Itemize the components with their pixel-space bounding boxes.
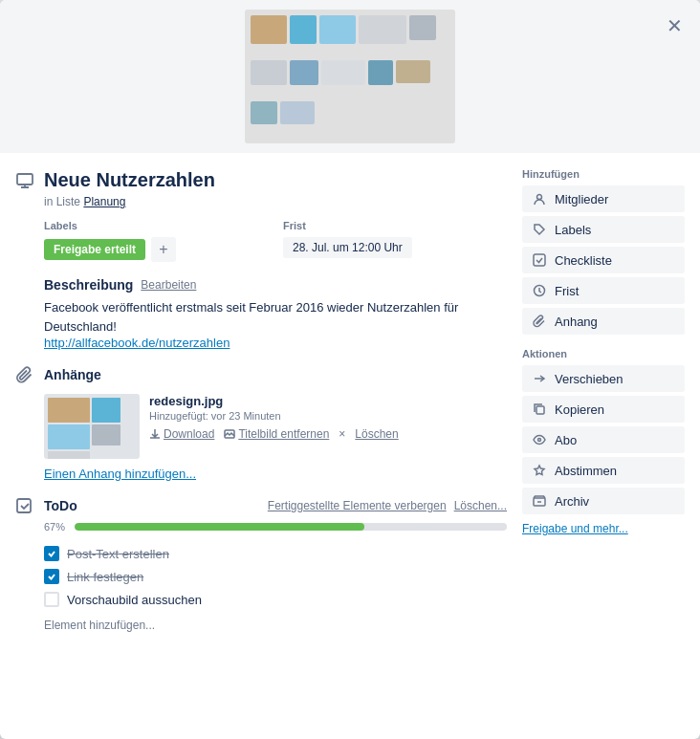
- thumb-img-tile: [48, 451, 90, 459]
- thumb-img-tile: [92, 398, 120, 423]
- svg-point-9: [538, 439, 541, 442]
- add-todo-link[interactable]: Element hinzufügen...: [44, 615, 507, 636]
- attachment-added: Hinzugefügt: vor 23 Minuten: [149, 410, 507, 422]
- arrow-right-icon: [532, 371, 547, 386]
- card-title: Neue Nutzerzahlen: [44, 168, 215, 191]
- todo-text-3: Vorschaubild aussuchen: [67, 593, 202, 607]
- description-text: Facebook veröffentlicht erstmals seit Fe…: [44, 298, 507, 336]
- thumb-img-tile: [48, 424, 90, 449]
- separator: ×: [339, 427, 345, 441]
- labels-frist-row: Labels Freigabe erteilt + Frist 28. Jul.…: [44, 220, 507, 262]
- todo-item: Link festlegen: [44, 565, 507, 588]
- sidebar-label-mitglieder: Mitglieder: [555, 192, 608, 206]
- thumb-tile: [290, 15, 317, 44]
- header-image-area: ✕: [0, 0, 700, 153]
- sidebar-hinzufuegen-title: Hinzufügen: [522, 168, 685, 180]
- thumb-tile: [321, 60, 365, 85]
- description-title: Beschreibung: [44, 277, 133, 293]
- thumb-tile: [409, 15, 436, 40]
- paperclip-sidebar-icon: [532, 314, 547, 329]
- sidebar-label-frist: Frist: [555, 284, 579, 298]
- hide-done-link[interactable]: Fertiggestellte Elemente verbergen: [268, 499, 447, 512]
- vote-icon: [532, 463, 547, 478]
- add-label-button[interactable]: +: [151, 237, 176, 262]
- copy-icon: [532, 402, 547, 417]
- clock-icon: [532, 283, 547, 298]
- card-preview-image: [245, 10, 455, 143]
- todo-checkbox-2[interactable]: [44, 569, 59, 584]
- sidebar: Hinzufügen Mitglieder Labels Checkliste: [522, 168, 685, 651]
- thumb-tile: [251, 101, 277, 124]
- image-icon: [224, 428, 235, 440]
- description-edit-link[interactable]: Bearbeiten: [141, 278, 196, 292]
- sidebar-btn-mitglieder[interactable]: Mitglieder: [522, 185, 685, 212]
- todo-actions: Fertiggestellte Elemente verbergen Lösch…: [268, 499, 507, 512]
- todo-progress-row: 67%: [44, 521, 507, 533]
- list-prefix: in Liste: [44, 195, 80, 208]
- monitor-icon: [15, 171, 34, 190]
- sidebar-btn-labels[interactable]: Labels: [522, 216, 685, 243]
- sidebar-aktionen-title: Aktionen: [522, 348, 685, 359]
- frist-value[interactable]: 28. Jul. um 12:00 Uhr: [283, 237, 412, 258]
- frist-section-label: Frist: [283, 220, 507, 231]
- main-content: Neue Nutzerzahlen in Liste Planung Label…: [15, 168, 507, 651]
- sidebar-btn-abstimmen[interactable]: Abstimmen: [522, 457, 685, 484]
- svg-point-5: [537, 195, 542, 200]
- download-label: Download: [164, 427, 214, 441]
- eye-icon: [532, 432, 547, 447]
- sidebar-btn-verschieben[interactable]: Verschieben: [522, 365, 685, 392]
- loeschen-link[interactable]: Löschen: [355, 427, 398, 441]
- thumb-img-tile: [92, 424, 120, 446]
- thumb-tile: [280, 101, 315, 124]
- todo-checkbox-3[interactable]: [44, 592, 59, 607]
- todo-section: ToDo Fertiggestellte Elemente verbergen …: [15, 496, 507, 636]
- labels-section-label: Labels: [44, 220, 268, 231]
- close-button[interactable]: ✕: [660, 11, 689, 40]
- titelbild-link[interactable]: Titelbild entfernen: [224, 427, 329, 441]
- sidebar-label-abo: Abo: [555, 433, 577, 447]
- progress-bar-fill: [75, 523, 364, 531]
- thumb-tile: [319, 15, 356, 44]
- sidebar-label-checkliste: Checkliste: [555, 253, 612, 268]
- todo-item: Vorschaubild aussuchen: [44, 588, 507, 611]
- card-title-section: Neue Nutzerzahlen: [15, 168, 507, 191]
- todo-text-2: Link festlegen: [67, 570, 143, 584]
- todo-checkbox-1[interactable]: [44, 546, 59, 561]
- sidebar-btn-checkliste[interactable]: Checkliste: [522, 247, 685, 273]
- description-link[interactable]: http://allfacebook.de/nutzerzahlen: [44, 336, 230, 350]
- download-icon: [149, 428, 161, 440]
- sidebar-label-labels: Labels: [555, 223, 591, 237]
- todo-title-row: ToDo Fertiggestellte Elemente verbergen …: [44, 498, 507, 513]
- todo-text-1: Post-Text erstellen: [67, 547, 169, 561]
- thumb-tile: [251, 15, 287, 44]
- anhaenge-section: Anhänge redesign.jpg Hinzugefügt: vor 23…: [15, 365, 507, 481]
- todo-items: Post-Text erstellen Link festlegen Vorsc…: [44, 542, 507, 636]
- sidebar-btn-abo[interactable]: Abo: [522, 426, 685, 453]
- sidebar-btn-anhang[interactable]: Anhang: [522, 308, 685, 335]
- check-square-icon: [532, 252, 547, 268]
- anhaenge-header: Anhänge: [15, 365, 507, 384]
- sidebar-btn-archiv[interactable]: Archiv: [522, 488, 685, 514]
- thumb-tile: [251, 60, 287, 85]
- modal-card: ✕ Neue Nutzerzahlen in Liste Planung: [0, 0, 700, 739]
- sidebar-btn-kopieren[interactable]: Kopieren: [522, 396, 685, 423]
- download-link[interactable]: Download: [149, 427, 214, 441]
- sidebar-label-abstimmen: Abstimmen: [555, 464, 617, 478]
- add-attachment-link[interactable]: Einen Anhang hinzufügen...: [44, 467, 196, 481]
- label-tag-freigabe[interactable]: Freigabe erteilt: [44, 239, 145, 260]
- todo-item: Post-Text erstellen: [44, 542, 507, 565]
- anhaenge-title: Anhänge: [44, 367, 101, 382]
- todo-percent: 67%: [44, 521, 67, 533]
- labels-row: Freigabe erteilt +: [44, 237, 268, 262]
- progress-bar-bg: [75, 523, 507, 531]
- label-icon: [532, 222, 547, 237]
- freigabe-link[interactable]: Freigabe und mehr...: [522, 522, 685, 535]
- sidebar-btn-frist[interactable]: Frist: [522, 277, 685, 304]
- list-name-link[interactable]: Planung: [83, 195, 125, 208]
- sidebar-label-verschieben: Verschieben: [555, 372, 623, 386]
- thumb-tile: [290, 60, 318, 85]
- delete-todo-link[interactable]: Löschen...: [454, 499, 507, 512]
- sidebar-label-archiv: Archiv: [555, 494, 589, 509]
- svg-rect-0: [17, 174, 33, 185]
- attachment-thumbnail: [44, 394, 140, 459]
